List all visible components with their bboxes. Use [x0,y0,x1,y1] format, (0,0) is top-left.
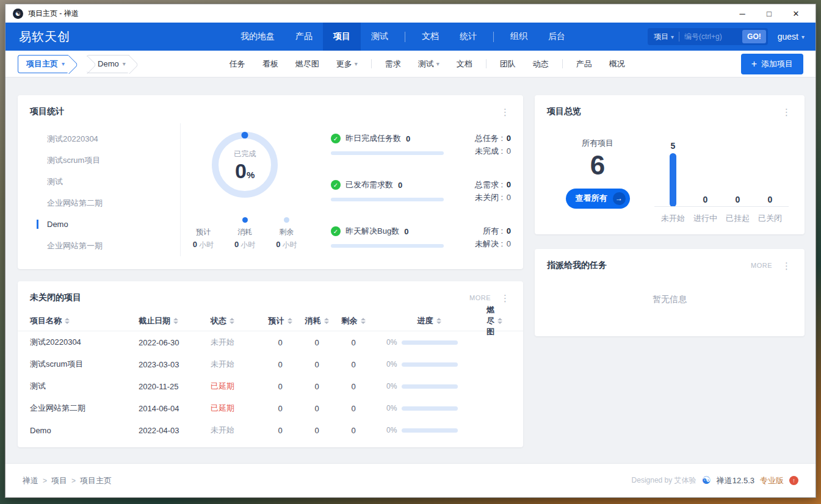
cell-project-name[interactable]: 测试 [30,381,139,392]
kebab-menu-icon[interactable]: ⋮ [781,107,792,117]
breadcrumb-link[interactable]: 项目 [51,475,67,486]
metric-progress-bar [331,244,444,248]
project-list-item[interactable]: 企业网站第二期 [30,192,180,214]
more-link[interactable]: MORE [469,294,491,301]
add-project-label: 添加项目 [761,59,793,70]
legend-item-consumed: 消耗 0小时 [234,217,255,250]
legend-name: 预计 [193,227,214,237]
maximize-button[interactable]: □ [756,5,783,22]
more-link[interactable]: MORE [751,262,772,269]
tab-team[interactable]: 团队 [491,59,524,70]
tab-story[interactable]: 需求 [377,59,410,70]
legend-unit: 小时 [283,240,297,249]
add-project-button[interactable]: + 添加项目 [741,54,803,74]
cell-project-name[interactable]: 测试20220304 [30,337,139,348]
bar-value: 0 [768,195,773,204]
project-list-item[interactable]: 企业网站第一期 [30,235,180,256]
table-row[interactable]: 测试scrum项目 2023-03-03 未开始 0 0 0 0% [18,353,523,375]
stat-key: 总任务 [475,134,499,143]
crumb-current-project[interactable]: Demo ▾ [87,55,129,73]
table-row[interactable]: 企业网站第二期 2014-06-04 已延期 0 0 0 0% [18,397,523,419]
legend-unit: 小时 [241,240,255,249]
table-row[interactable]: Demo 2022-04-03 未开始 0 0 0 0% [18,419,523,441]
tab-kanban[interactable]: 看板 [254,59,287,70]
tab-test[interactable]: 测试 ▾ [410,59,448,70]
tab-product[interactable]: 产品 [568,59,601,70]
project-list-item[interactable]: 测试scrum项目 [30,149,180,171]
search-input[interactable] [684,32,740,41]
nav-item-project[interactable]: 项目 [323,23,361,51]
kebab-menu-icon[interactable]: ⋮ [781,261,792,270]
project-list-item[interactable]: 测试 [30,171,180,192]
panel-header: 未关闭的项目 MORE ⋮ [18,281,523,303]
close-button[interactable]: ✕ [783,5,809,22]
column-header[interactable]: 剩余 [335,315,372,326]
legend-value: 0 [276,240,280,249]
breadcrumb-link[interactable]: 项目主页 [80,475,112,486]
project-stats-panel: 项目统计 ⋮ 测试20220304 测试scrum项目 测试 企业网站第二期 D… [18,95,523,269]
metric-label: 已发布需求数 [345,179,393,190]
nav-item-admin[interactable]: 后台 [538,23,576,51]
tab-burndown[interactable]: 燃尽图 [287,59,328,70]
chevron-down-icon: ▾ [123,60,127,67]
column-header[interactable]: 燃尽图 [486,304,517,337]
go-button[interactable]: GO! [742,30,766,43]
tab-dynamic[interactable]: 动态 [524,59,557,70]
minimize-button[interactable]: ─ [729,5,756,22]
tab-overview[interactable]: 概况 [601,59,634,70]
kebab-menu-icon[interactable]: ⋮ [499,107,511,117]
page-footer: 禅道 > 项目 > 项目主页 Designed by 艾体验 ☯ 禅道12.5.… [5,463,816,497]
cell-estimate: 0 [262,338,298,347]
check-circle-icon: ✓ [331,180,341,190]
nav-item-test[interactable]: 测试 [361,23,399,51]
check-circle-icon: ✓ [331,134,341,143]
unclosed-projects-panel: 未关闭的项目 MORE ⋮ 项目名称 截止日期 状态 预计 消耗 剩余 进度 燃… [18,281,523,447]
cell-status: 已延期 [211,403,262,414]
upgrade-icon[interactable]: ↑ [789,476,798,485]
column-header[interactable]: 状态 [211,315,262,326]
sort-icon [65,318,70,324]
nav-item-doc[interactable]: 文档 [411,23,449,51]
cell-progress: 0% [372,404,486,412]
legend-value: 0 [234,240,239,249]
nav-item-org[interactable]: 组织 [500,23,538,51]
table-row[interactable]: 测试20220304 2022-06-30 未开始 0 0 0 0% [18,331,523,353]
tab-doc[interactable]: 文档 [448,59,481,70]
search-divider [679,32,679,41]
donut-ring: 已完成 0% [212,132,278,198]
table-row[interactable]: 测试 2020-11-25 已延期 0 0 0 0% [18,375,523,397]
project-overview-panel: 项目总览 ⋮ 所有项目 6 查看所有 → [535,95,805,234]
column-header[interactable]: 进度 [372,315,486,326]
legend-item-estimate: 预计 0小时 [193,217,214,250]
search-category-dropdown[interactable]: 项目 ▾ [654,32,674,42]
edition-label[interactable]: 专业版 [760,475,784,486]
plus-icon: + [751,59,757,69]
bar-column: 0 已关闭 [754,195,786,223]
stat-value: 0 [507,193,511,202]
breadcrumb-link[interactable]: 禅道 [23,475,38,486]
nav-item-my-space[interactable]: 我的地盘 [230,23,285,51]
cell-project-name[interactable]: 测试scrum项目 [30,359,139,370]
user-menu[interactable]: guest ▾ [778,32,805,41]
nav-item-report[interactable]: 统计 [449,23,487,51]
column-header[interactable]: 预计 [262,315,298,326]
view-all-button[interactable]: 查看所有 → [566,189,630,209]
nav-item-product[interactable]: 产品 [285,23,323,51]
cell-project-name[interactable]: 企业网站第二期 [30,403,139,414]
tab-more[interactable]: 更多 ▾ [328,59,366,70]
cell-status: 已延期 [211,381,262,392]
project-list-item-active[interactable]: Demo [30,214,180,235]
crumb-project-home[interactable]: 项目主页 ▾ [18,55,68,73]
brand-logo[interactable]: 易软天创 [5,29,84,45]
column-header[interactable]: 项目名称 [30,315,139,326]
kebab-menu-icon[interactable]: ⋮ [499,293,511,303]
cell-deadline: 2023-03-03 [139,360,211,369]
bar-value: 0 [703,195,708,204]
cell-project-name[interactable]: Demo [30,426,139,435]
sort-icon [497,318,502,324]
column-header[interactable]: 消耗 [298,315,335,326]
column-header[interactable]: 截止日期 [139,315,211,326]
tab-task[interactable]: 任务 [221,59,254,70]
project-list-item[interactable]: 测试20220304 [30,128,180,149]
bar-category: 进行中 [693,207,717,223]
